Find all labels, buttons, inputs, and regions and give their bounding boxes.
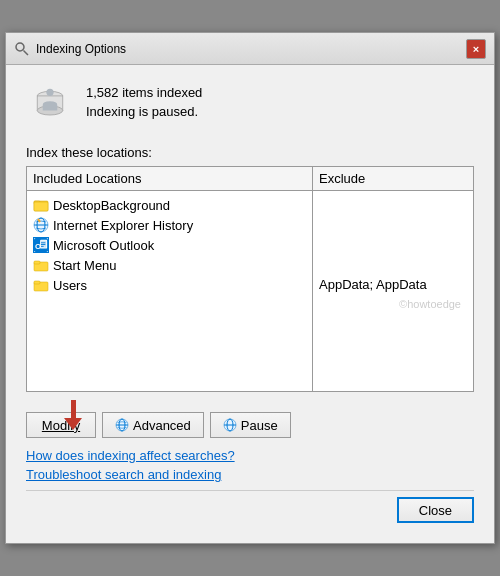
locations-table: Included Locations Exclude DesktopBackgr… — [26, 166, 474, 392]
red-arrow — [64, 400, 82, 430]
outlook-icon: O — [33, 237, 49, 253]
buttons-row: Modify Advanced — [26, 404, 474, 444]
location-name: DesktopBackground — [53, 198, 170, 213]
title-bar-left: Indexing Options — [14, 41, 126, 57]
status-text: 1,582 items indexed Indexing is paused. — [86, 81, 202, 119]
items-indexed-label: 1,582 items indexed — [86, 85, 202, 100]
svg-rect-20 — [34, 261, 40, 264]
list-item: O Microsoft Outlook — [27, 235, 312, 255]
bottom-row: Close — [26, 490, 474, 527]
dialog-title: Indexing Options — [36, 42, 126, 56]
list-item: Users — [27, 275, 312, 295]
advanced-button[interactable]: Advanced — [102, 412, 204, 438]
indexing-icon — [26, 81, 74, 129]
links-area: How does indexing affect searches? Troub… — [26, 444, 474, 490]
pause-button[interactable]: Pause — [210, 412, 291, 438]
dialog-icon — [14, 41, 30, 57]
how-indexing-link[interactable]: How does indexing affect searches? — [26, 448, 474, 463]
list-item: Internet Explorer History — [27, 215, 312, 235]
indexing-options-dialog: Indexing Options × 1,582 items indexed — [5, 32, 495, 544]
window-close-button[interactable]: × — [466, 39, 486, 59]
dialog-content: 1,582 items indexed Indexing is paused. … — [6, 65, 494, 543]
list-item: DesktopBackground — [27, 195, 312, 215]
list-item: Start Menu — [27, 255, 312, 275]
watermark: ©howtoedge — [319, 296, 467, 316]
modify-button[interactable]: Modify — [26, 412, 96, 438]
close-dialog-button[interactable]: Close — [397, 497, 474, 523]
svg-rect-18 — [41, 246, 44, 247]
location-name: Start Menu — [53, 258, 117, 273]
folder-icon — [33, 277, 49, 293]
pause-label: Pause — [241, 418, 278, 433]
status-area: 1,582 items indexed Indexing is paused. — [26, 81, 474, 129]
advanced-icon — [115, 418, 129, 432]
table-body: DesktopBackground — [27, 191, 473, 391]
svg-point-0 — [16, 43, 24, 51]
svg-rect-8 — [34, 202, 48, 211]
included-header: Included Locations — [27, 167, 313, 190]
ie-icon — [33, 217, 49, 233]
svg-rect-22 — [34, 281, 40, 284]
svg-rect-17 — [41, 244, 45, 245]
section-label: Index these locations: — [26, 145, 474, 160]
svg-rect-16 — [41, 242, 45, 243]
svg-point-5 — [46, 89, 53, 96]
pause-icon — [223, 418, 237, 432]
folder-icon — [33, 257, 49, 273]
svg-text:O: O — [35, 242, 41, 251]
svg-line-1 — [24, 50, 29, 55]
location-name: Microsoft Outlook — [53, 238, 154, 253]
arrow-shaft — [71, 400, 76, 418]
advanced-label: Advanced — [133, 418, 191, 433]
exclude-column: AppData; AppData ©howtoedge — [313, 191, 473, 391]
title-bar: Indexing Options × — [6, 33, 494, 65]
paused-label: Indexing is paused. — [86, 104, 202, 119]
location-name: Users — [53, 278, 87, 293]
arrow-head — [64, 418, 82, 430]
table-header: Included Locations Exclude — [27, 167, 473, 191]
folder-icon — [33, 197, 49, 213]
exclude-header: Exclude — [313, 167, 473, 190]
exclude-value: AppData; AppData — [319, 275, 467, 292]
location-name: Internet Explorer History — [53, 218, 193, 233]
troubleshoot-link[interactable]: Troubleshoot search and indexing — [26, 467, 474, 482]
locations-list: DesktopBackground — [27, 191, 313, 391]
